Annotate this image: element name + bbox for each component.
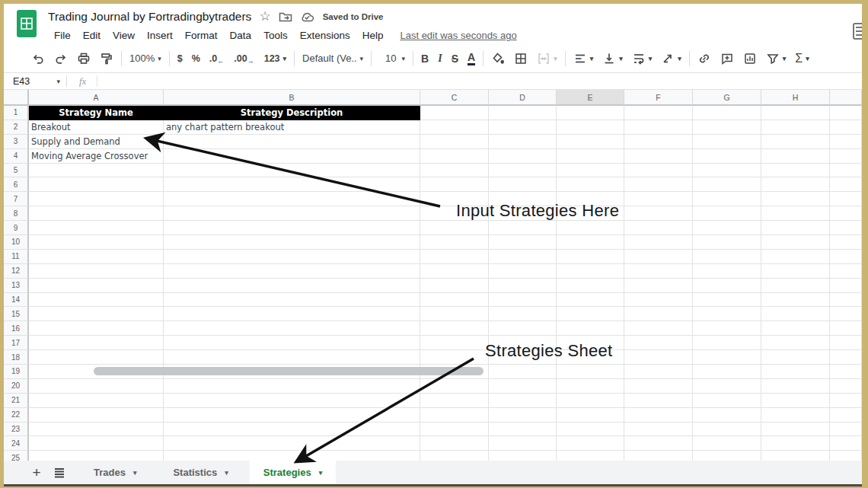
- cell-C4[interactable]: [420, 149, 489, 164]
- cell-B4[interactable]: [164, 149, 420, 164]
- cell-D13[interactable]: [489, 279, 557, 293]
- side-panel-icon[interactable]: [853, 23, 862, 40]
- cell-G15[interactable]: [693, 307, 761, 321]
- cell-F14[interactable]: [624, 293, 693, 308]
- cell-H16[interactable]: [761, 321, 830, 336]
- cell-C1[interactable]: [420, 106, 489, 120]
- row-header-25[interactable]: 25: [4, 451, 29, 461]
- cell-A20[interactable]: [29, 379, 164, 394]
- menu-insert[interactable]: Insert: [141, 27, 179, 43]
- cell-H13[interactable]: [761, 279, 830, 293]
- cell-G11[interactable]: [693, 250, 761, 264]
- menu-view[interactable]: View: [107, 27, 141, 43]
- cell-E5[interactable]: [557, 164, 624, 178]
- last-edit-link[interactable]: Last edit was seconds ago: [400, 30, 516, 41]
- row-header-11[interactable]: 11: [4, 250, 29, 264]
- cell-B20[interactable]: [164, 379, 420, 394]
- cell-F7[interactable]: [624, 192, 693, 206]
- cell-H6[interactable]: [761, 177, 830, 192]
- cell-E1[interactable]: [557, 106, 624, 120]
- cell-G23[interactable]: [693, 423, 761, 437]
- cell-D3[interactable]: [489, 135, 557, 149]
- cell-G18[interactable]: [693, 350, 761, 365]
- cell-B24[interactable]: [164, 436, 420, 451]
- row-header-2[interactable]: 2: [4, 120, 29, 135]
- cell-H3[interactable]: [761, 135, 830, 149]
- vertical-align-button[interactable]: ▾: [598, 49, 627, 69]
- cell-F3[interactable]: [624, 135, 693, 149]
- cell-H20[interactable]: [761, 379, 830, 394]
- cell-H19[interactable]: [761, 365, 830, 379]
- cell-H15[interactable]: [761, 307, 830, 321]
- row-header-3[interactable]: 3: [4, 135, 29, 149]
- row-header-19[interactable]: 19: [4, 365, 29, 379]
- row-header-20[interactable]: 20: [4, 379, 29, 394]
- cell-partial-17[interactable]: [830, 336, 862, 350]
- cell-C17[interactable]: [420, 336, 489, 350]
- print-button[interactable]: [72, 49, 95, 69]
- cell-A8[interactable]: [29, 206, 164, 221]
- sheet-tab-menu-icon[interactable]: ▾: [319, 469, 323, 477]
- cell-E10[interactable]: [557, 235, 624, 250]
- cell-F22[interactable]: [624, 408, 693, 423]
- name-box[interactable]: E43▾: [4, 76, 66, 87]
- strikethrough-button[interactable]: S: [447, 49, 463, 69]
- cell-E14[interactable]: [557, 293, 624, 308]
- row-header-16[interactable]: 16: [4, 321, 29, 336]
- bold-button[interactable]: B: [416, 49, 433, 69]
- cell-E25[interactable]: [557, 451, 624, 461]
- row-header-22[interactable]: 22: [4, 408, 29, 423]
- cell-B16[interactable]: [164, 321, 420, 336]
- column-header-C[interactable]: C: [420, 90, 489, 106]
- cell-H12[interactable]: [761, 264, 830, 279]
- cell-A12[interactable]: [29, 264, 164, 279]
- cell-B8[interactable]: [164, 206, 420, 221]
- cell-D10[interactable]: [489, 235, 557, 250]
- cell-F11[interactable]: [624, 250, 693, 264]
- cell-C13[interactable]: [420, 279, 489, 293]
- cell-partial-7[interactable]: [830, 192, 862, 206]
- cell-E11[interactable]: [557, 250, 624, 264]
- cell-B13[interactable]: [164, 279, 420, 293]
- cell-G19[interactable]: [693, 365, 761, 379]
- cell-H8[interactable]: [761, 206, 830, 221]
- cell-A16[interactable]: [29, 321, 164, 336]
- horizontal-align-button[interactable]: ▾: [569, 49, 598, 69]
- cell-E22[interactable]: [557, 408, 624, 423]
- row-header-24[interactable]: 24: [4, 436, 29, 451]
- cell-A24[interactable]: [29, 436, 164, 451]
- cell-partial-5[interactable]: [830, 164, 862, 178]
- cell-partial-1[interactable]: [830, 106, 862, 120]
- cell-F8[interactable]: [624, 206, 693, 221]
- cell-H21[interactable]: [761, 394, 830, 408]
- row-header-1[interactable]: 1: [4, 106, 29, 120]
- cell-E24[interactable]: [557, 436, 624, 451]
- cell-D5[interactable]: [489, 164, 557, 178]
- cell-partial-16[interactable]: [830, 321, 862, 336]
- cell-F10[interactable]: [624, 235, 693, 250]
- cell-B22[interactable]: [164, 408, 420, 423]
- cell-E21[interactable]: [557, 394, 624, 408]
- cell-B10[interactable]: [164, 235, 420, 250]
- cell-partial-10[interactable]: [830, 235, 862, 250]
- cell-G17[interactable]: [693, 336, 761, 350]
- cell-E4[interactable]: [557, 149, 624, 164]
- document-title[interactable]: Trading Journal by Fortradingbytraders: [48, 10, 251, 24]
- cell-G20[interactable]: [693, 379, 761, 394]
- format-currency-button[interactable]: $: [173, 49, 187, 69]
- cell-E13[interactable]: [557, 279, 624, 293]
- cell-E20[interactable]: [557, 379, 624, 394]
- cell-G9[interactable]: [693, 221, 761, 235]
- text-color-button[interactable]: A: [463, 49, 480, 69]
- column-header-partial[interactable]: [830, 90, 862, 106]
- cell-B11[interactable]: [164, 250, 420, 264]
- cell-C14[interactable]: [420, 293, 489, 308]
- cell-E2[interactable]: [557, 120, 624, 135]
- cell-H25[interactable]: [761, 451, 830, 461]
- cell-F5[interactable]: [624, 164, 693, 178]
- row-header-9[interactable]: 9: [4, 221, 29, 235]
- sheets-logo-icon[interactable]: [16, 9, 37, 38]
- cell-A15[interactable]: [29, 307, 164, 321]
- cell-E3[interactable]: [557, 135, 624, 149]
- row-header-6[interactable]: 6: [4, 177, 29, 192]
